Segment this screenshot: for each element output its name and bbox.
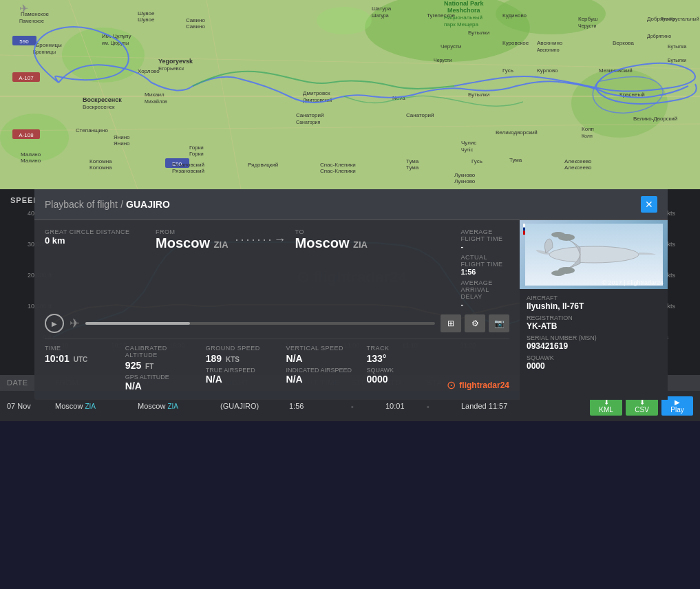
settings-icon-button[interactable]: ⚙ [465,314,485,332]
to-city: Moscow ZIA [295,235,368,251]
svg-text:Черусти: Черусти [441,43,461,50]
from-label: FROM [156,228,228,235]
indicated-airspeed-value: N/A [286,374,360,385]
logo-text: flightradar24 [459,381,509,390]
logo-icon: ⊙ [447,378,456,392]
avg-flight-time-label: AVERAGE FLIGHT TIME [460,228,509,242]
avg-arrival-delay-value: - [460,300,509,308]
aircraft-label: AIRCRAFT [527,294,661,301]
svg-text:Санатория: Санатория [296,120,320,125]
close-button[interactable]: ✕ [641,196,657,213]
svg-text:590: 590 [19,39,29,45]
svg-text:Бутылки: Бутылки [468,30,489,36]
row-atd: 10:01 [385,402,427,410]
svg-text:Бутылка: Бутылка [668,44,686,50]
vertical-speed-label: VERTICAL SPEED [286,345,360,352]
svg-text:Авсюнино: Авсюнино [537,40,563,46]
svg-text:Meshchora: Meshchora [447,7,481,14]
svg-text:Черусти: Черусти [434,58,452,63]
svg-text:Великодворский: Великодворский [496,129,538,136]
map-area[interactable]: 590 A-107 A-108 E90 Памeнское Пaмeнскoe … [0,0,700,189]
svg-text:Бутылки: Бутылки [468,92,489,98]
from-city: Moscow ZIA [156,235,228,251]
svg-text:Авсюнино: Авсюнино [537,47,560,52]
row-sta: - [427,402,461,410]
row-flight: (GUAJIRO) [220,402,289,410]
svg-text:Бутылки: Бутылки [668,58,686,63]
playback-title-text: Playback of flight [45,199,118,210]
svg-text:парк Мещера: парк Мещера [444,21,479,28]
actual-flight-time-label: ACTUAL FLIGHT TIME [460,254,509,268]
ground-speed-col: GROUND SPEED 189 KTS TRUE AIRSPEED N/A [206,345,286,392]
svg-text:Пaмeнскoe: Пaмeнскoe [19,19,44,23]
great-circle-value: 0 km [45,235,142,246]
play-button[interactable]: ▶ [45,314,64,333]
to-label: TO [295,228,368,235]
time-value: 10:01 UTC [45,353,118,364]
serial-label: SERIAL NUMBER (MSN) [527,334,661,341]
svg-text:Кербуш: Кербуш [578,16,597,22]
svg-text:Бронницы: Бронницы [36,42,62,48]
svg-text:Гус-Хрустальный: Гус-Хрустальный [661,17,699,22]
indicated-airspeed-label: INDICATED AIRSPEED [286,367,360,374]
vertical-speed-value: N/A [286,353,360,364]
true-airspeed-value: N/A [206,374,279,385]
gps-alt-label: GPS ALTITUDE [125,374,199,381]
svg-text:Степанщино: Степанщино [76,127,108,133]
svg-text:E90: E90 [172,161,182,167]
playback-separator: / [120,199,126,210]
playback-flight-id: GUAJIRO [126,199,170,210]
zoom-icon-button[interactable]: ⊞ [441,314,461,332]
row-to[interactable]: Moscow ZIA [138,402,220,410]
svg-text:Бронницы: Бронницы [33,50,56,55]
squawk-label: SQUAWK [366,367,440,374]
svg-text:Чуліс: Чуліс [461,147,474,153]
svg-point-80 [551,270,565,276]
progress-bar[interactable] [85,322,435,325]
svg-text:Санаторий: Санаторий [296,112,324,118]
svg-text:A-108: A-108 [19,132,34,138]
plane-icon: ✈ [70,316,80,331]
vertical-speed-col: VERTICAL SPEED N/A INDICATED AIRSPEED N/… [286,345,367,392]
svg-text:Дмитровск: Дмитровск [303,90,330,96]
avg-flight-time: AVERAGE FLIGHT TIME - [460,228,509,250]
ground-speed-value: 189 KTS [206,353,279,364]
svg-text:Санаторий: Санаторий [406,112,434,118]
svg-text:Велико-Дворский: Велико-Дворский [633,116,677,122]
row-std: - [351,402,385,410]
avg-flight-time-value: - [460,242,509,250]
time-col: TIME 10:01 UTC [45,345,125,392]
svg-text:Михайлов: Михайлов [145,99,167,104]
svg-text:Воскресенск: Воскресенск [83,96,122,103]
route-arrow: ·······→ [235,233,288,247]
row-from[interactable]: Moscow ZIA [55,402,138,410]
aircraft-silhouette [525,224,663,286]
aircraft-image: © 2017 | Flightradar24 [520,220,668,289]
squawk-info-label: SQUAWK [527,354,661,361]
svg-text:Национальный: Национальный [444,14,482,21]
playback-panel: Playback of flight / GUAJIRO ✕ GREAT CIR… [34,189,668,400]
svg-text:Добрятино: Добрятино [647,34,671,39]
great-circle-distance: GREAT CIRCLE DISTANCE 0 km [45,228,142,308]
track-value: 133° [366,353,440,364]
svg-point-82 [551,232,565,237]
registration-label: REGISTRATION [527,314,661,321]
camera-icon-button[interactable]: 📷 [489,314,509,332]
svg-text:Черусти: Черусти [578,23,597,29]
copyright-text: © 2017 | Flightradar24 [602,279,664,286]
svg-point-78 [549,246,639,263]
svg-text:Воскресенск: Воскресенск [83,104,115,110]
svg-text:Кудиново: Кудиново [502,12,527,19]
time-label: TIME [45,345,118,352]
svg-text:Колп: Колп [582,126,594,132]
logo-section: ⊙ flightradar24 [447,345,509,392]
actual-flight-time: ACTUAL FLIGHT TIME 1:56 [460,254,509,276]
svg-text:Веркова: Веркова [613,40,634,46]
track-col: TRACK 133° SQUAWK 0000 [366,345,447,392]
svg-point-6 [317,7,372,34]
avg-arrival-delay-label: AVERAGE ARRIVAL DELAY [460,279,509,300]
calibrated-alt-value: 925 FT [125,360,199,371]
track-label: TRACK [366,345,440,352]
svg-text:Куровское: Куровское [502,40,529,46]
gps-alt-value: N/A [125,381,199,392]
